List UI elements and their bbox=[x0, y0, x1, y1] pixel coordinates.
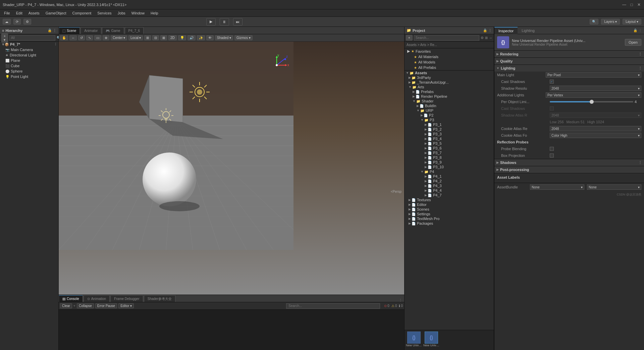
fav-all-prefabs[interactable]: ★ All Prefabs bbox=[405, 65, 494, 70]
tree-item-scenes[interactable]: ▶📄Scenes bbox=[405, 207, 494, 212]
assets-header[interactable]: ▼ 📁 Assets bbox=[405, 71, 494, 75]
error-pause-button[interactable]: Error Pause bbox=[95, 303, 117, 308]
clear-button[interactable]: Clear bbox=[60, 303, 72, 308]
toolbar-collab-btn[interactable]: ⟳ bbox=[13, 19, 21, 25]
asset-bundle-dropdown-2[interactable]: None ▾ bbox=[587, 184, 641, 190]
open-asset-button[interactable]: Open bbox=[625, 39, 641, 46]
local-global-btn[interactable]: Local ▾ bbox=[128, 35, 143, 40]
layers-dropdown[interactable]: Layers ▾ bbox=[601, 19, 620, 25]
tab-animator[interactable]: Animator bbox=[80, 27, 101, 34]
hierarchy-lock-icon[interactable]: 🔒 bbox=[48, 29, 52, 32]
tree-item-textures[interactable]: ▶📄Textures bbox=[405, 198, 494, 202]
postprocessing-header[interactable]: ▶ Post-processing bbox=[494, 166, 644, 173]
favorites-header[interactable]: ▶ ★ Favorites bbox=[405, 48, 494, 54]
box-projection-checkbox[interactable] bbox=[550, 154, 554, 158]
effects-toggle-btn[interactable]: ✨ bbox=[197, 35, 205, 40]
project-view-icon[interactable]: ⊞ bbox=[485, 36, 488, 40]
rect-tool-btn[interactable]: ▭ bbox=[94, 35, 101, 40]
inspector-more-icon[interactable]: ⋮ bbox=[639, 29, 642, 32]
main-light-dropdown[interactable]: Per Pixel ▾ bbox=[546, 72, 641, 78]
pause-button[interactable]: ⏸ bbox=[220, 18, 229, 26]
project-filter-icon[interactable]: ⚙ bbox=[481, 36, 484, 40]
tab-console[interactable]: ▤ Console bbox=[59, 295, 83, 302]
transform-tool-btn[interactable]: ⊕ bbox=[103, 35, 109, 40]
console-more-icon[interactable]: ⋮ bbox=[399, 298, 402, 302]
audio-toggle-btn[interactable]: 🔊 bbox=[187, 35, 196, 40]
menu-jobs[interactable]: Jobs bbox=[115, 10, 128, 16]
menu-gameobject[interactable]: GameObject bbox=[43, 10, 69, 16]
snap-btn[interactable]: ⊞ bbox=[144, 35, 151, 40]
hierarchy-item-plane[interactable]: ⬜ Plane bbox=[0, 58, 58, 63]
minimize-button[interactable]: — bbox=[622, 2, 627, 7]
tree-item-prefabs[interactable]: ▶📄Prefabs bbox=[405, 89, 494, 94]
lighting-header[interactable]: ▼ Lighting ⋮ bbox=[494, 65, 644, 72]
tree-item-p4_2[interactable]: ▶📄P4_2 bbox=[405, 179, 494, 183]
maximize-button[interactable]: □ bbox=[629, 2, 634, 7]
rendering-header[interactable]: ▶ Rendering ⋮ bbox=[494, 51, 644, 57]
hand-tool-btn[interactable]: ✋ bbox=[60, 35, 68, 40]
root-more-icon[interactable]: ⋮ bbox=[54, 43, 57, 46]
view-dropdown-btn[interactable]: Shaded ▾ bbox=[215, 35, 233, 40]
tab-lighting[interactable]: Lighting bbox=[518, 27, 539, 34]
tree-item-editor[interactable]: ▶📄Editor bbox=[405, 202, 494, 207]
tree-item-p3_6[interactable]: ▶📄P3_6 bbox=[405, 146, 494, 150]
tree-item-p3_1[interactable]: ▶📄P3_1 bbox=[405, 122, 494, 127]
project-lock-icon[interactable]: 🔒 bbox=[483, 29, 487, 32]
hierarchy-search-input[interactable] bbox=[9, 35, 55, 41]
project-file-2[interactable]: {} New Universal bbox=[423, 332, 439, 347]
menu-services[interactable]: Services bbox=[95, 10, 114, 16]
tree-item-urp[interactable]: ▼📁URP bbox=[405, 108, 494, 113]
tab-shader-ref[interactable]: Shader参考大全 bbox=[144, 295, 175, 302]
hierarchy-add-btn[interactable]: + ▾ bbox=[1, 33, 8, 43]
tree-item-packages[interactable]: ▶📄Packages bbox=[405, 221, 494, 226]
tree-item-p3_5[interactable]: ▶📄P3_5 bbox=[405, 141, 494, 146]
quality-header[interactable]: ▶ Quality bbox=[494, 58, 644, 64]
lighting-more-icon[interactable]: ⋮ bbox=[638, 66, 642, 71]
hierarchy-item-sphere[interactable]: ⚪ Sphere bbox=[0, 69, 58, 74]
hidden-toggle-btn[interactable]: 👁 bbox=[206, 35, 214, 40]
tab-scene[interactable]: ⬚ Scene bbox=[59, 27, 80, 34]
rendering-more-icon[interactable]: ⋮ bbox=[638, 52, 642, 56]
center-pivot-btn[interactable]: Center ▾ bbox=[111, 35, 127, 40]
tree-item-arts[interactable]: ▼📁Arts bbox=[405, 85, 494, 89]
close-button[interactable]: ✕ bbox=[637, 2, 641, 7]
tree-item-p3[interactable]: ▼📁P3 bbox=[405, 118, 494, 122]
tree-item-renderpipeline[interactable]: ▶📄Render Pipeline bbox=[405, 94, 494, 99]
per-object-slider-thumb[interactable] bbox=[590, 100, 594, 104]
tree-item-p3_8[interactable]: ▶📄P3_8 bbox=[405, 155, 494, 160]
gizmo-btn[interactable]: ⊠ bbox=[160, 35, 167, 40]
tree-item-p2[interactable]: ▶📄P2 bbox=[405, 113, 494, 118]
hierarchy-item-maincamera[interactable]: 📷 Main Camera bbox=[0, 47, 58, 52]
tree-item-shader[interactable]: ▼📁Shader bbox=[405, 99, 494, 103]
hierarchy-more-icon[interactable]: ⋮ bbox=[53, 29, 56, 32]
tree-item-settings[interactable]: ▶📄Settings bbox=[405, 212, 494, 216]
tab-animation[interactable]: ⊙ Animation bbox=[84, 295, 110, 302]
tab-inspector[interactable]: Inspector bbox=[494, 27, 518, 34]
move-tool-btn[interactable]: ↔ bbox=[69, 35, 77, 40]
tab-game[interactable]: 🎮 Game bbox=[102, 27, 124, 34]
menu-file[interactable]: File bbox=[1, 10, 13, 16]
tree-item-3rdparty[interactable]: ▶📁3rdParty bbox=[405, 75, 494, 80]
inspector-lock-icon[interactable]: 🔒 bbox=[633, 29, 637, 32]
tree-item-p4_1[interactable]: ▶📄P4_1 bbox=[405, 174, 494, 179]
tree-item-p3_7[interactable]: ▶📄P3_7 bbox=[405, 150, 494, 155]
tree-item-p4_4[interactable]: ▶📄P4_4 bbox=[405, 188, 494, 193]
tree-item-buildin[interactable]: ▶📄BuildIn bbox=[405, 103, 494, 108]
cookie-atlas-re-dropdown[interactable]: 2048 ▾ bbox=[550, 126, 641, 131]
play-button[interactable]: ▶ bbox=[206, 18, 216, 26]
console-search-input[interactable] bbox=[286, 303, 380, 309]
menu-edit[interactable]: Edit bbox=[13, 10, 25, 16]
light-toggle-btn[interactable]: 💡 bbox=[178, 35, 186, 40]
scale-tool-btn[interactable]: ⤡ bbox=[86, 35, 93, 40]
project-toggle-icon[interactable]: ↔ bbox=[489, 36, 492, 40]
gizmos-dropdown-btn[interactable]: Gizmos ▾ bbox=[234, 35, 253, 40]
tree-item-p3_10[interactable]: ▶📄P3_10 bbox=[405, 165, 494, 169]
tab-frame-debugger[interactable]: Frame Debugger bbox=[110, 295, 143, 302]
probe-blending-checkbox[interactable] bbox=[550, 147, 554, 151]
project-search-input[interactable] bbox=[414, 35, 479, 41]
cast-shadows-checkbox[interactable]: ✓ bbox=[550, 80, 554, 84]
collapse-button[interactable]: Collapse bbox=[77, 303, 94, 308]
project-more-icon[interactable]: ⋮ bbox=[488, 29, 492, 32]
editor-dropdown-btn[interactable]: Editor ▾ bbox=[118, 303, 134, 308]
project-add-btn[interactable]: + bbox=[406, 35, 413, 41]
